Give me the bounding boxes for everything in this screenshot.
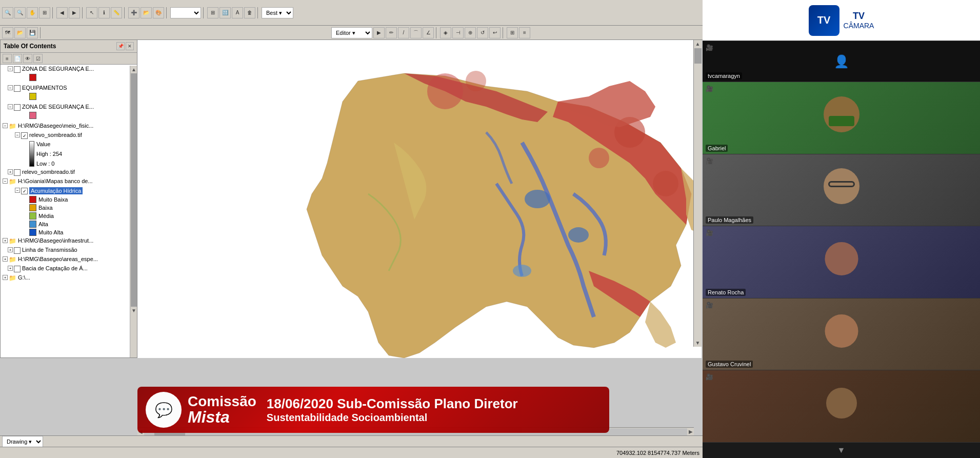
toc-layer-equip[interactable]: − EQUIPAMENTOS <box>1 84 137 93</box>
toc-layer-relevo2[interactable]: + relevo_sombreado.tif <box>1 168 137 177</box>
attr-button[interactable]: ≡ <box>519 27 530 38</box>
best-dropdown[interactable]: Best ▾ <box>262 7 293 18</box>
toc-pin-button[interactable]: 📌 <box>116 42 125 50</box>
toc-layer-linha[interactable]: + Linha de Transmissão <box>1 246 137 255</box>
merge-button[interactable]: ⊕ <box>465 27 476 38</box>
zoom-in-button[interactable]: 🔍 <box>2 7 13 18</box>
group-expand-icon-areas[interactable]: + <box>3 256 8 262</box>
checkbox-linha[interactable] <box>14 247 21 254</box>
snap-button[interactable]: ⊞ <box>507 27 518 38</box>
unknown-face <box>826 388 857 419</box>
toc-group-infraestrut[interactable]: + 📁 H:\RMG\Basegeo\infraestrut... <box>1 236 137 246</box>
toc-content[interactable]: − ZONA DE SEGURANÇA E... − EQUIPAMENTOS … <box>1 65 137 356</box>
map-scroll-up-arrow[interactable]: ▲ <box>694 40 702 48</box>
toc-layer-relevo[interactable]: − relevo_sombreado.tif <box>1 131 137 140</box>
toc-selection-button[interactable]: ☑ <box>33 54 43 63</box>
symbol-button[interactable]: 🎨 <box>153 7 164 18</box>
participant-tvcamaragyn: 👤 🎥 tvcamaragyn <box>703 41 980 82</box>
rotate-button[interactable]: ↺ <box>477 27 488 38</box>
toc-visibility-button[interactable]: 👁 <box>23 54 32 63</box>
toc-group-meio-fisico[interactable]: − 📁 H:\RMG\Basegeo\meio_fisic... <box>1 122 137 131</box>
split-button[interactable]: ⊣ <box>452 27 464 38</box>
checkbox-zona1[interactable] <box>14 66 21 73</box>
map-vertical-scrollbar[interactable]: ▲ ▼ <box>693 40 702 347</box>
sep1 <box>52 7 54 18</box>
checkbox-relevo2[interactable] <box>14 169 21 176</box>
expand-icon-relevo[interactable]: − <box>15 132 20 137</box>
toc-layer-zona1[interactable]: − ZONA DE SEGURANÇA E... <box>1 65 137 74</box>
checkbox-zona2[interactable] <box>14 104 21 111</box>
labeling-dropdown[interactable]: Labeling ▾ <box>170 7 201 18</box>
full-extent-button[interactable]: ⊞ <box>39 7 50 18</box>
toc-scrollbar[interactable]: ▲ ▼ <box>130 66 137 357</box>
toc-scrollbar-thumb[interactable] <box>131 73 137 307</box>
toc-list-button[interactable]: ≡ <box>3 54 12 63</box>
group-expand-icon[interactable]: − <box>3 123 8 128</box>
toc-group-goiania[interactable]: − 📁 H:\Goiania\Mapas banco de... <box>1 177 137 186</box>
new-map-button[interactable]: 🗺 <box>2 27 13 38</box>
expand-icon[interactable]: − <box>8 66 13 71</box>
toc-scroll-up[interactable]: ▲ <box>130 66 137 73</box>
expand-icon-acum[interactable]: − <box>15 188 20 193</box>
checkbox-acum[interactable] <box>21 188 28 194</box>
toc-layer-acumulacao[interactable]: − Acumulação Hídrica <box>1 186 137 195</box>
toc-group-areas-espe[interactable]: + 📁 H:\RMG\Basegeo\areas_espe... <box>1 255 137 264</box>
editor-dropdown[interactable]: Editor ▾ <box>331 27 372 38</box>
play-button[interactable]: ▶ <box>373 27 385 38</box>
checkbox-relevo[interactable] <box>21 132 28 139</box>
map-horizontal-scrollbar[interactable]: ◀ ▶ <box>137 427 694 435</box>
angle-button[interactable]: ∠ <box>423 27 434 38</box>
toolbar-row2: 🗺 📂 💾 Editor ▾ ▶ ✏ / ⌒ ∠ ◈ ⊣ ⊕ ↺ ↩ ⊞ ≡ <box>0 26 703 40</box>
tb-btn3[interactable]: A <box>232 7 243 18</box>
toc-scroll-down[interactable]: ▼ <box>130 307 137 314</box>
select-button[interactable]: ↖ <box>86 7 97 18</box>
vertex-button[interactable]: ◈ <box>440 27 451 38</box>
expand-icon-equip[interactable]: − <box>8 85 13 90</box>
tb-btn2[interactable]: 🔠 <box>219 7 231 18</box>
map-scroll-left-arrow[interactable]: ◀ <box>137 428 144 435</box>
group-expand-icon-infra[interactable]: + <box>3 238 8 243</box>
tb-btn1[interactable]: ⊞ <box>207 7 218 18</box>
folder-icon-infra: 📁 <box>9 237 16 245</box>
video-scroll-down-icon[interactable]: ▼ <box>837 446 846 455</box>
catalog-button[interactable]: 📂 <box>141 7 152 18</box>
toc-layer-bacia[interactable]: + Bacia de Captação de Á... <box>1 264 137 273</box>
video-panel-scroll-down[interactable]: ▼ <box>703 443 980 458</box>
map-scroll-down-arrow[interactable]: ▼ <box>694 339 702 347</box>
measure-button[interactable]: 📏 <box>111 7 122 18</box>
undo-button[interactable]: ↩ <box>489 27 501 38</box>
svg-point-6 <box>653 171 678 196</box>
legend-color-muito-baixa <box>29 196 36 203</box>
checkbox-bacia[interactable] <box>14 266 21 272</box>
expand-icon-linha[interactable]: + <box>8 247 13 252</box>
sketch-button[interactable]: ✏ <box>386 27 397 38</box>
drawing-dropdown[interactable]: Drawing ▾ <box>2 436 43 447</box>
zoom-out-button[interactable]: 🔍 <box>14 7 26 18</box>
add-data-button[interactable]: ➕ <box>128 7 139 18</box>
video-panel: TV TV CÂMARA 👤 🎥 tvcamaragyn 🎥 Gabriel <box>703 0 980 458</box>
save-button[interactable]: 💾 <box>27 27 38 38</box>
toc-layer-zona2[interactable]: − ZONA DE SEGURANÇA E... <box>1 103 137 112</box>
group-expand-icon-g[interactable]: + <box>3 275 8 280</box>
back-button[interactable]: ◀ <box>56 7 68 18</box>
info-button[interactable]: ℹ <box>98 7 110 18</box>
toc-close-button[interactable]: ✕ <box>126 42 134 50</box>
tb-btn4[interactable]: 🗑 <box>244 7 255 18</box>
checkbox-equip[interactable] <box>14 85 21 92</box>
map-vscroll-thumb[interactable] <box>694 48 702 64</box>
curve-button[interactable]: ⌒ <box>410 27 422 38</box>
open-button[interactable]: 📂 <box>14 27 26 38</box>
expand-icon-relevo2[interactable]: + <box>8 169 13 174</box>
toc-group-g[interactable]: + 📁 G:\... <box>1 273 137 283</box>
group-expand-icon-goiania[interactable]: − <box>3 178 8 184</box>
map-scroll-right-arrow[interactable]: ▶ <box>688 428 694 435</box>
toc-source-button[interactable]: 📄 <box>13 54 22 63</box>
pan-button[interactable]: ✋ <box>27 7 38 18</box>
expand-icon-bacia[interactable]: + <box>8 266 13 271</box>
line-button[interactable]: / <box>398 27 409 38</box>
expand-icon-zona2[interactable]: − <box>8 104 13 109</box>
map-area[interactable] <box>137 40 702 358</box>
map-hscroll-thumb[interactable] <box>154 428 185 435</box>
forward-button[interactable]: ▶ <box>69 7 80 18</box>
sep8 <box>436 27 438 38</box>
